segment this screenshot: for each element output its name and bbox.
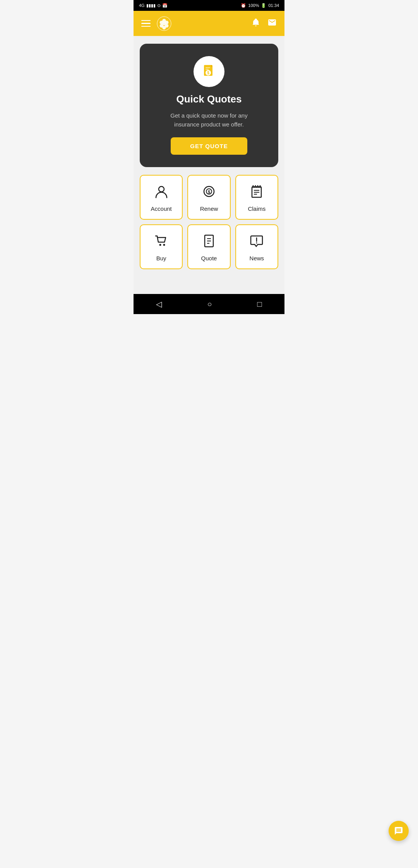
renew-label: Renew <box>200 205 218 212</box>
menu-grid: Account $ Renew <box>140 175 278 269</box>
header <box>134 11 284 36</box>
bottom-nav: ◁ ○ □ <box>134 294 284 314</box>
menu-item-buy[interactable]: Buy <box>140 224 183 269</box>
network-indicator: 4G <box>139 3 145 8</box>
menu-item-quote[interactable]: Quote <box>187 224 230 269</box>
calendar-icon: 📅 <box>162 3 168 8</box>
invoice-icon: $ <box>201 63 217 80</box>
renew-icon: $ <box>202 184 216 201</box>
account-icon <box>154 184 169 201</box>
header-left <box>141 16 171 31</box>
svg-rect-11 <box>206 67 210 68</box>
svg-rect-12 <box>206 69 209 70</box>
svg-text:$: $ <box>208 190 210 194</box>
app-logo <box>157 16 171 31</box>
claims-label: Claims <box>248 205 266 212</box>
quote-card: $ Quick Quotes Get a quick quote now for… <box>140 44 278 167</box>
buy-label: Buy <box>156 255 166 261</box>
svg-point-22 <box>163 244 165 246</box>
notification-bell-icon[interactable] <box>251 18 260 29</box>
quote-card-title: Quick Quotes <box>176 93 242 105</box>
menu-item-claims[interactable]: Claims <box>235 175 278 220</box>
back-button[interactable]: ◁ <box>156 299 162 309</box>
signal-bars: ▮▮▮▮ <box>146 3 156 8</box>
wifi-icon: ⊙ <box>157 3 161 8</box>
recent-apps-button[interactable]: □ <box>257 300 262 309</box>
news-label: News <box>250 255 264 261</box>
mail-icon[interactable] <box>267 18 277 29</box>
account-label: Account <box>151 205 172 212</box>
menu-item-account[interactable]: Account <box>140 175 183 220</box>
svg-point-13 <box>159 186 164 192</box>
battery-level: 100% <box>248 3 259 8</box>
get-quote-button[interactable]: GET QUOTE <box>171 137 247 155</box>
header-right <box>251 18 277 29</box>
alarm-icon: ⏰ <box>241 3 246 8</box>
svg-point-7 <box>162 22 166 26</box>
clock: 01:34 <box>268 3 279 8</box>
svg-point-6 <box>162 26 166 29</box>
svg-text:$: $ <box>207 71 209 75</box>
svg-point-28 <box>256 243 257 244</box>
battery-icon: 🔋 <box>261 3 266 8</box>
status-left: 4G ▮▮▮▮ ⊙ 📅 <box>139 3 168 8</box>
logo-svg <box>157 16 171 31</box>
menu-item-news[interactable]: News <box>235 224 278 269</box>
svg-point-21 <box>159 244 161 246</box>
menu-item-renew[interactable]: $ Renew <box>187 175 230 220</box>
home-button[interactable]: ○ <box>207 300 212 309</box>
quote-card-icon-circle: $ <box>194 56 224 87</box>
buy-icon <box>154 234 169 250</box>
quote-label: Quote <box>201 255 217 261</box>
quote-icon <box>202 234 216 250</box>
main-content: $ Quick Quotes Get a quick quote now for… <box>134 36 284 294</box>
news-icon <box>249 234 264 250</box>
status-right: ⏰ 100% 🔋 01:34 <box>241 3 279 8</box>
status-bar: 4G ▮▮▮▮ ⊙ 📅 ⏰ 100% 🔋 01:34 <box>134 0 284 11</box>
claims-icon <box>249 184 264 201</box>
hamburger-menu[interactable] <box>141 20 151 27</box>
quote-card-description: Get a quick quote now for any insurance … <box>159 111 259 129</box>
